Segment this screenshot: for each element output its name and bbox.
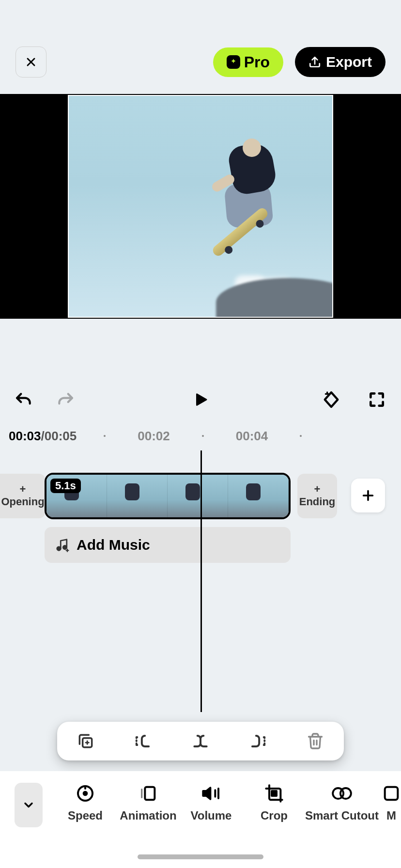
ending-label: Ending (299, 496, 336, 508)
tool-animation[interactable]: Animation (120, 783, 176, 822)
trash-icon (307, 732, 324, 750)
collapse-toolbar-button[interactable] (15, 783, 43, 827)
svg-rect-5 (145, 787, 154, 800)
editor-header: Pro Export (0, 46, 401, 78)
time-counter: 00:03/00:05 (9, 429, 77, 444)
svg-point-1 (63, 545, 67, 549)
add-music-track[interactable]: Add Music (45, 527, 291, 563)
opening-label: Opening (1, 496, 44, 508)
redo-icon (55, 390, 75, 409)
keyframe-icon (322, 390, 341, 409)
more-icon (382, 784, 401, 803)
time-ruler: 00:03/00:05 00:02 00:04 (0, 426, 401, 446)
tool-smart-cutout[interactable]: Smart Cutout (309, 783, 375, 822)
undo-button[interactable] (14, 389, 35, 410)
export-button[interactable]: Export (295, 47, 386, 77)
split-left-icon (133, 732, 154, 750)
music-plus-icon (55, 538, 70, 552)
upload-icon (308, 56, 321, 68)
clip-duration-badge: 5.1s (50, 479, 81, 493)
add-ending-button[interactable]: + Ending (297, 474, 337, 518)
tools-scroll[interactable]: Speed Animation Volume Crop Smart Cutout (43, 783, 401, 822)
svg-rect-6 (272, 791, 277, 796)
preview-frame (68, 95, 333, 318)
chevron-down-icon (22, 798, 35, 812)
play-icon (192, 390, 209, 409)
split-right-button[interactable] (246, 729, 270, 753)
export-label: Export (326, 54, 372, 70)
time-marker-2: 00:04 (236, 429, 268, 444)
tool-label: Crop (261, 809, 288, 822)
undo-icon (15, 390, 34, 409)
speed-icon (76, 784, 95, 803)
tool-label: Speed (68, 809, 103, 822)
close-icon (24, 55, 38, 69)
clip-frames (46, 475, 289, 517)
svg-point-8 (340, 788, 351, 799)
tool-more[interactable]: M (382, 783, 401, 822)
tool-volume[interactable]: Volume (183, 783, 239, 822)
pro-icon (227, 55, 240, 69)
animation-icon (139, 784, 158, 803)
add-music-label: Add Music (77, 537, 150, 553)
tool-speed[interactable]: Speed (57, 783, 113, 822)
video-clip-selected[interactable]: 5.1s (45, 473, 291, 519)
playhead[interactable] (200, 450, 202, 712)
add-clip-button[interactable] (351, 479, 385, 512)
bottom-toolbar: Speed Animation Volume Crop Smart Cutout (0, 771, 401, 868)
fullscreen-icon (368, 390, 386, 409)
time-marker-1: 00:02 (138, 429, 170, 444)
delete-button[interactable] (303, 729, 327, 753)
svg-rect-9 (385, 787, 398, 800)
add-opening-button[interactable]: + Opening (0, 474, 46, 518)
total-time: 00:05 (45, 429, 77, 443)
tool-label: Volume (191, 809, 232, 822)
tool-label: M (386, 809, 396, 822)
redo-button[interactable] (54, 389, 76, 410)
plus-icon: + (314, 484, 321, 495)
tool-label: Smart Cutout (305, 809, 379, 822)
svg-point-4 (84, 792, 87, 795)
cutout-icon (331, 784, 353, 803)
duplicate-icon (77, 732, 95, 750)
plus-icon: + (20, 484, 26, 495)
video-preview[interactable] (0, 94, 401, 319)
play-button[interactable] (190, 389, 211, 410)
split-button[interactable] (188, 729, 213, 753)
plus-icon (360, 488, 376, 503)
pro-button[interactable]: Pro (213, 47, 283, 77)
clip-actions-toolbar (57, 722, 344, 760)
tool-label: Animation (120, 809, 176, 822)
tool-crop[interactable]: Crop (246, 783, 302, 822)
keyframe-button[interactable] (321, 389, 342, 410)
crop-icon (264, 784, 284, 803)
volume-icon (201, 784, 221, 803)
home-indicator[interactable] (138, 854, 263, 859)
current-time: 00:03 (9, 429, 41, 443)
svg-point-0 (57, 547, 61, 551)
split-right-icon (247, 732, 268, 750)
close-button[interactable] (15, 46, 46, 78)
split-left-button[interactable] (131, 729, 155, 753)
timeline-area[interactable]: + Opening 5.1s + Ending Add Music (0, 450, 401, 712)
duplicate-button[interactable] (74, 729, 98, 753)
split-icon (190, 732, 211, 750)
playback-controls (0, 383, 401, 417)
fullscreen-button[interactable] (366, 389, 387, 410)
pro-label: Pro (244, 53, 270, 71)
header-right: Pro Export (213, 47, 386, 77)
